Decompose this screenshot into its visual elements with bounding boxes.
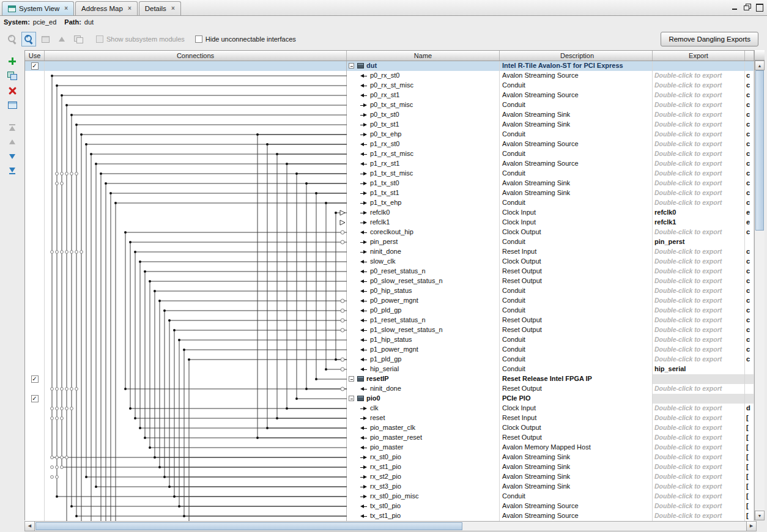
connections-cell[interactable] [45, 413, 347, 423]
export-cell[interactable]: Double-click to export [653, 433, 745, 443]
zoom-in-button[interactable]: + [21, 32, 36, 46]
interface-row[interactable]: slow_clkClock OutputDouble-click to expo… [25, 257, 754, 267]
export-cell[interactable]: Double-click to export [653, 335, 745, 345]
export-cell[interactable]: Double-click to export [653, 423, 745, 433]
maximize-icon[interactable] [754, 2, 765, 12]
horizontal-scroll-track[interactable] [35, 522, 746, 531]
move-up-button[interactable] [5, 136, 20, 148]
export-cell[interactable]: Double-click to export [653, 110, 745, 120]
connections-cell[interactable] [45, 267, 347, 276]
remove-button[interactable] [5, 84, 20, 97]
interface-row[interactable]: p1_pld_gpConduitDouble-click to exportc [25, 355, 754, 364]
export-cell[interactable]: Double-click to export [653, 71, 745, 81]
show-subsystem-checkbox[interactable] [96, 35, 103, 43]
move-to-bottom-button[interactable] [5, 165, 20, 177]
export-cell[interactable]: Double-click to export [653, 355, 745, 364]
export-cell[interactable]: Double-click to export [653, 130, 745, 139]
interface-row[interactable]: tx_st1_pioAvalon Streaming SourceDouble-… [25, 511, 754, 521]
connections-cell[interactable] [45, 247, 347, 257]
tab-close-icon[interactable]: × [128, 6, 132, 12]
connections-cell[interactable] [45, 404, 347, 413]
interface-row[interactable]: coreclkout_hipClock OutputDouble-click t… [25, 227, 754, 237]
use-checkbox[interactable]: ✓ [31, 62, 39, 70]
connections-cell[interactable] [45, 433, 347, 443]
interface-row[interactable]: clkClock InputDouble-click to exportd [25, 404, 754, 413]
interface-row[interactable]: p1_rx_st_miscConduitDouble-click to expo… [25, 149, 754, 159]
column-header-description[interactable]: Description [500, 51, 653, 61]
connections-cell[interactable] [45, 149, 347, 159]
expand-view-button[interactable] [54, 32, 69, 46]
interface-row[interactable]: p0_rx_st1Avalon Streaming SourceDouble-c… [25, 91, 754, 100]
interface-row[interactable]: rx_st3_pioAvalon Streaming SinkDouble-cl… [25, 482, 754, 492]
column-header-use[interactable]: Use [25, 51, 45, 61]
export-cell[interactable]: Double-click to export [653, 139, 745, 149]
export-cell[interactable]: Double-click to export [653, 198, 745, 208]
connections-cell[interactable] [45, 110, 347, 120]
horizontal-scroll-thumb[interactable] [35, 522, 462, 530]
export-cell[interactable]: refclk0 [653, 208, 745, 218]
interface-row[interactable]: ninit_doneReset OutputDouble-click to ex… [25, 384, 754, 394]
connections-cell[interactable] [45, 91, 347, 100]
connections-cell[interactable] [45, 316, 347, 325]
connections-cell[interactable] [45, 374, 347, 384]
connections-cell[interactable] [45, 453, 347, 462]
export-cell[interactable]: Double-click to export [653, 501, 745, 511]
export-cell[interactable]: Double-click to export [653, 169, 745, 179]
interface-row[interactable]: rx_st1_pioAvalon Streaming SinkDouble-cl… [25, 462, 754, 472]
interface-row[interactable]: p1_slow_reset_status_nReset OutputDouble… [25, 325, 754, 335]
connections-cell[interactable] [45, 306, 347, 316]
interface-row[interactable]: p0_tx_st0Avalon Streaming SinkDouble-cli… [25, 110, 754, 120]
module-row[interactable]: ✓resetIPReset Release Intel FPGA IP [25, 374, 754, 384]
connections-cell[interactable] [45, 61, 347, 71]
export-cell[interactable]: Double-click to export [653, 462, 745, 472]
connections-cell[interactable] [45, 511, 347, 521]
interface-row[interactable]: tx_st0_pioAvalon Streaming SourceDouble-… [25, 501, 754, 511]
interface-row[interactable]: refclk1Clock Inputrefclk1e [25, 218, 754, 227]
interface-row[interactable]: pio_master_clkClock OutputDouble-click t… [25, 423, 754, 433]
export-cell[interactable]: Double-click to export [653, 453, 745, 462]
connections-cell[interactable] [45, 139, 347, 149]
connections-cell[interactable] [45, 188, 347, 198]
export-cell[interactable]: Double-click to export [653, 472, 745, 482]
export-cell[interactable]: pin_perst [653, 237, 745, 247]
horizontal-scrollbar[interactable]: ◀ ▶ [24, 521, 757, 531]
zoom-out-button[interactable]: − [5, 32, 20, 46]
connections-cell[interactable] [45, 198, 347, 208]
interface-row[interactable]: p1_reset_status_nReset OutputDouble-clic… [25, 316, 754, 325]
export-cell[interactable]: Double-click to export [653, 306, 745, 316]
export-cell[interactable]: Double-click to export [653, 188, 745, 198]
export-cell[interactable]: Double-click to export [653, 247, 745, 257]
zoom-fit-button[interactable] [38, 32, 53, 46]
export-cell[interactable]: refclk1 [653, 218, 745, 227]
collapse-icon[interactable] [349, 63, 354, 68]
minimize-icon[interactable] [730, 2, 740, 12]
connections-cell[interactable] [45, 169, 347, 179]
subsystem-view-button[interactable] [71, 32, 86, 46]
collapse-icon[interactable] [349, 396, 354, 401]
edit-export-button[interactable] [5, 99, 20, 111]
connections-cell[interactable] [45, 159, 347, 169]
export-cell[interactable]: Double-click to export [653, 404, 745, 413]
export-cell[interactable]: Double-click to export [653, 81, 745, 91]
column-header-connections[interactable]: Connections [45, 51, 347, 61]
connections-cell[interactable] [45, 423, 347, 433]
interface-row[interactable]: p0_tx_st1Avalon Streaming SinkDouble-cli… [25, 120, 754, 130]
connections-cell[interactable] [45, 130, 347, 139]
interface-row[interactable]: p1_tx_ehpConduitDouble-click to exportc [25, 198, 754, 208]
export-cell[interactable]: Double-click to export [653, 149, 745, 159]
interface-row[interactable]: rx_st0_pio_miscConduitDouble-click to ex… [25, 492, 754, 501]
interface-row[interactable]: p0_tx_st_miscConduitDouble-click to expo… [25, 100, 754, 110]
interface-row[interactable]: p0_pld_gpConduitDouble-click to exportc [25, 306, 754, 316]
use-checkbox[interactable]: ✓ [31, 395, 39, 402]
connections-cell[interactable] [45, 208, 347, 218]
export-cell[interactable]: Double-click to export [653, 345, 745, 355]
scroll-right-button[interactable]: ▶ [746, 522, 756, 531]
connections-cell[interactable] [45, 296, 347, 306]
interface-row[interactable]: hip_serialConduithip_serial [25, 364, 754, 374]
export-cell[interactable]: Double-click to export [653, 227, 745, 237]
interface-row[interactable]: resetReset InputDouble-click to export[ [25, 413, 754, 423]
tab-close-icon[interactable]: × [171, 6, 175, 12]
export-cell[interactable]: Double-click to export [653, 482, 745, 492]
connections-cell[interactable] [45, 472, 347, 482]
export-cell[interactable]: Double-click to export [653, 316, 745, 325]
